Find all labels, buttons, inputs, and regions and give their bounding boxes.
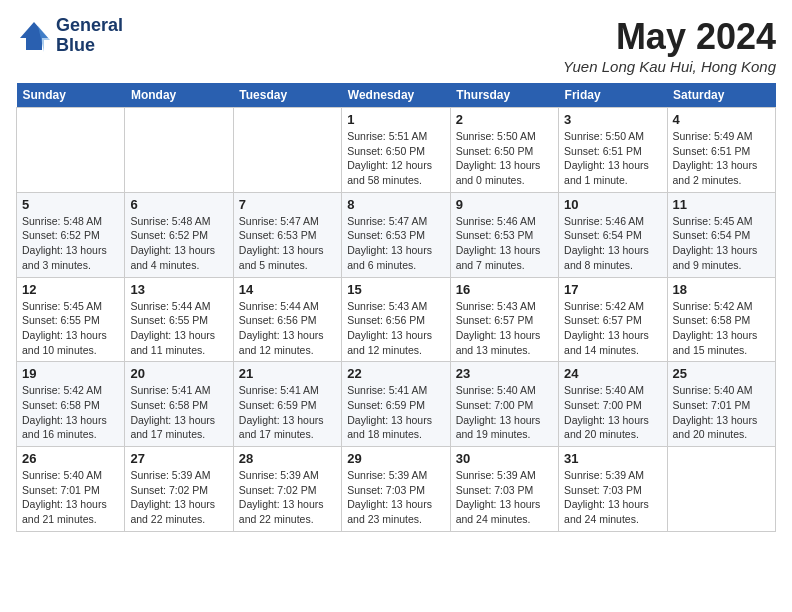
day-info: Sunrise: 5:51 AM Sunset: 6:50 PM Dayligh… <box>347 129 444 188</box>
day-info: Sunrise: 5:44 AM Sunset: 6:55 PM Dayligh… <box>130 299 227 358</box>
day-number: 18 <box>673 282 770 297</box>
calendar-cell: 7Sunrise: 5:47 AM Sunset: 6:53 PM Daylig… <box>233 192 341 277</box>
calendar-cell: 27Sunrise: 5:39 AM Sunset: 7:02 PM Dayli… <box>125 447 233 532</box>
day-number: 28 <box>239 451 336 466</box>
weekday-header-thursday: Thursday <box>450 83 558 108</box>
weekday-header-friday: Friday <box>559 83 667 108</box>
day-info: Sunrise: 5:42 AM Sunset: 6:57 PM Dayligh… <box>564 299 661 358</box>
calendar-cell: 29Sunrise: 5:39 AM Sunset: 7:03 PM Dayli… <box>342 447 450 532</box>
calendar-cell: 28Sunrise: 5:39 AM Sunset: 7:02 PM Dayli… <box>233 447 341 532</box>
day-info: Sunrise: 5:45 AM Sunset: 6:54 PM Dayligh… <box>673 214 770 273</box>
location: Yuen Long Kau Hui, Hong Kong <box>563 58 776 75</box>
day-number: 8 <box>347 197 444 212</box>
day-number: 5 <box>22 197 119 212</box>
day-info: Sunrise: 5:39 AM Sunset: 7:03 PM Dayligh… <box>347 468 444 527</box>
day-info: Sunrise: 5:40 AM Sunset: 7:01 PM Dayligh… <box>673 383 770 442</box>
day-number: 17 <box>564 282 661 297</box>
day-info: Sunrise: 5:39 AM Sunset: 7:03 PM Dayligh… <box>456 468 553 527</box>
calendar-cell: 20Sunrise: 5:41 AM Sunset: 6:58 PM Dayli… <box>125 362 233 447</box>
calendar-cell: 14Sunrise: 5:44 AM Sunset: 6:56 PM Dayli… <box>233 277 341 362</box>
day-info: Sunrise: 5:42 AM Sunset: 6:58 PM Dayligh… <box>22 383 119 442</box>
day-info: Sunrise: 5:41 AM Sunset: 6:59 PM Dayligh… <box>239 383 336 442</box>
day-number: 29 <box>347 451 444 466</box>
calendar-cell: 9Sunrise: 5:46 AM Sunset: 6:53 PM Daylig… <box>450 192 558 277</box>
weekday-header-wednesday: Wednesday <box>342 83 450 108</box>
calendar-cell: 24Sunrise: 5:40 AM Sunset: 7:00 PM Dayli… <box>559 362 667 447</box>
day-number: 10 <box>564 197 661 212</box>
day-number: 21 <box>239 366 336 381</box>
calendar-cell: 5Sunrise: 5:48 AM Sunset: 6:52 PM Daylig… <box>17 192 125 277</box>
calendar-cell: 13Sunrise: 5:44 AM Sunset: 6:55 PM Dayli… <box>125 277 233 362</box>
calendar-cell: 1Sunrise: 5:51 AM Sunset: 6:50 PM Daylig… <box>342 108 450 193</box>
logo: General Blue <box>16 16 123 56</box>
calendar-cell: 2Sunrise: 5:50 AM Sunset: 6:50 PM Daylig… <box>450 108 558 193</box>
day-info: Sunrise: 5:39 AM Sunset: 7:03 PM Dayligh… <box>564 468 661 527</box>
calendar-cell: 23Sunrise: 5:40 AM Sunset: 7:00 PM Dayli… <box>450 362 558 447</box>
day-number: 16 <box>456 282 553 297</box>
day-number: 25 <box>673 366 770 381</box>
calendar-cell: 4Sunrise: 5:49 AM Sunset: 6:51 PM Daylig… <box>667 108 775 193</box>
logo-icon <box>16 18 52 54</box>
weekday-header-tuesday: Tuesday <box>233 83 341 108</box>
calendar-cell: 15Sunrise: 5:43 AM Sunset: 6:56 PM Dayli… <box>342 277 450 362</box>
day-number: 23 <box>456 366 553 381</box>
day-info: Sunrise: 5:43 AM Sunset: 6:57 PM Dayligh… <box>456 299 553 358</box>
day-number: 7 <box>239 197 336 212</box>
calendar-cell: 10Sunrise: 5:46 AM Sunset: 6:54 PM Dayli… <box>559 192 667 277</box>
calendar-cell: 8Sunrise: 5:47 AM Sunset: 6:53 PM Daylig… <box>342 192 450 277</box>
day-number: 2 <box>456 112 553 127</box>
day-number: 12 <box>22 282 119 297</box>
day-number: 14 <box>239 282 336 297</box>
day-info: Sunrise: 5:48 AM Sunset: 6:52 PM Dayligh… <box>130 214 227 273</box>
calendar-cell <box>233 108 341 193</box>
day-number: 3 <box>564 112 661 127</box>
day-info: Sunrise: 5:43 AM Sunset: 6:56 PM Dayligh… <box>347 299 444 358</box>
day-info: Sunrise: 5:47 AM Sunset: 6:53 PM Dayligh… <box>347 214 444 273</box>
day-number: 13 <box>130 282 227 297</box>
day-number: 9 <box>456 197 553 212</box>
day-number: 24 <box>564 366 661 381</box>
calendar-cell: 18Sunrise: 5:42 AM Sunset: 6:58 PM Dayli… <box>667 277 775 362</box>
day-number: 11 <box>673 197 770 212</box>
calendar-cell: 3Sunrise: 5:50 AM Sunset: 6:51 PM Daylig… <box>559 108 667 193</box>
calendar-cell <box>17 108 125 193</box>
calendar-cell: 19Sunrise: 5:42 AM Sunset: 6:58 PM Dayli… <box>17 362 125 447</box>
calendar-cell: 12Sunrise: 5:45 AM Sunset: 6:55 PM Dayli… <box>17 277 125 362</box>
day-info: Sunrise: 5:40 AM Sunset: 7:01 PM Dayligh… <box>22 468 119 527</box>
month-title: May 2024 <box>563 16 776 58</box>
calendar-cell: 31Sunrise: 5:39 AM Sunset: 7:03 PM Dayli… <box>559 447 667 532</box>
week-row-1: 1Sunrise: 5:51 AM Sunset: 6:50 PM Daylig… <box>17 108 776 193</box>
calendar-cell: 16Sunrise: 5:43 AM Sunset: 6:57 PM Dayli… <box>450 277 558 362</box>
day-info: Sunrise: 5:39 AM Sunset: 7:02 PM Dayligh… <box>239 468 336 527</box>
day-number: 20 <box>130 366 227 381</box>
calendar-cell: 30Sunrise: 5:39 AM Sunset: 7:03 PM Dayli… <box>450 447 558 532</box>
day-info: Sunrise: 5:40 AM Sunset: 7:00 PM Dayligh… <box>564 383 661 442</box>
day-number: 6 <box>130 197 227 212</box>
week-row-2: 5Sunrise: 5:48 AM Sunset: 6:52 PM Daylig… <box>17 192 776 277</box>
week-row-4: 19Sunrise: 5:42 AM Sunset: 6:58 PM Dayli… <box>17 362 776 447</box>
title-block: May 2024 Yuen Long Kau Hui, Hong Kong <box>563 16 776 75</box>
day-info: Sunrise: 5:41 AM Sunset: 6:58 PM Dayligh… <box>130 383 227 442</box>
calendar-cell: 25Sunrise: 5:40 AM Sunset: 7:01 PM Dayli… <box>667 362 775 447</box>
day-info: Sunrise: 5:47 AM Sunset: 6:53 PM Dayligh… <box>239 214 336 273</box>
day-number: 19 <box>22 366 119 381</box>
weekday-header-row: SundayMondayTuesdayWednesdayThursdayFrid… <box>17 83 776 108</box>
page-header: General Blue May 2024 Yuen Long Kau Hui,… <box>16 16 776 75</box>
weekday-header-saturday: Saturday <box>667 83 775 108</box>
day-number: 31 <box>564 451 661 466</box>
week-row-5: 26Sunrise: 5:40 AM Sunset: 7:01 PM Dayli… <box>17 447 776 532</box>
day-number: 4 <box>673 112 770 127</box>
day-info: Sunrise: 5:46 AM Sunset: 6:53 PM Dayligh… <box>456 214 553 273</box>
day-info: Sunrise: 5:40 AM Sunset: 7:00 PM Dayligh… <box>456 383 553 442</box>
logo-text: General Blue <box>56 16 123 56</box>
day-info: Sunrise: 5:48 AM Sunset: 6:52 PM Dayligh… <box>22 214 119 273</box>
calendar-cell: 17Sunrise: 5:42 AM Sunset: 6:57 PM Dayli… <box>559 277 667 362</box>
week-row-3: 12Sunrise: 5:45 AM Sunset: 6:55 PM Dayli… <box>17 277 776 362</box>
day-number: 26 <box>22 451 119 466</box>
day-number: 22 <box>347 366 444 381</box>
calendar-table: SundayMondayTuesdayWednesdayThursdayFrid… <box>16 83 776 532</box>
day-info: Sunrise: 5:50 AM Sunset: 6:51 PM Dayligh… <box>564 129 661 188</box>
day-number: 27 <box>130 451 227 466</box>
calendar-cell: 11Sunrise: 5:45 AM Sunset: 6:54 PM Dayli… <box>667 192 775 277</box>
calendar-cell: 26Sunrise: 5:40 AM Sunset: 7:01 PM Dayli… <box>17 447 125 532</box>
